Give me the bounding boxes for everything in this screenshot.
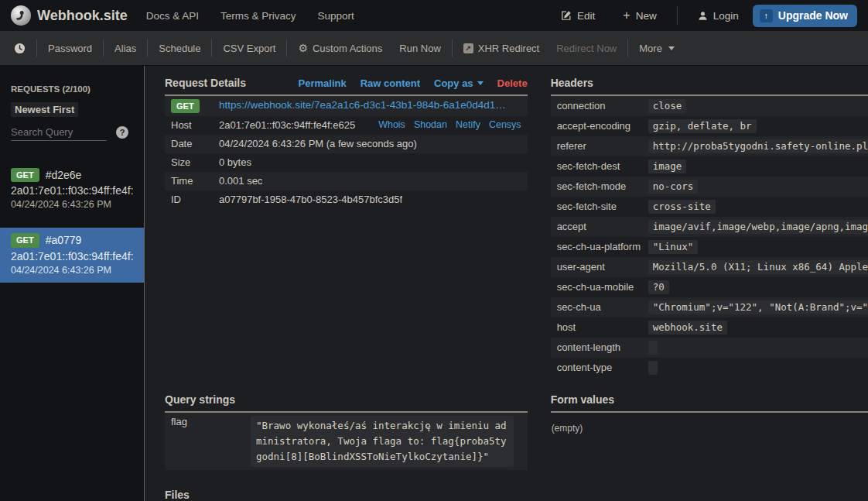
navbar-links: Docs & API Terms & Privacy Support bbox=[146, 10, 354, 22]
netify-link[interactable]: Netify bbox=[456, 119, 480, 130]
header-value bbox=[648, 361, 658, 375]
permalink-link[interactable]: Permalink bbox=[299, 77, 347, 89]
header-key: content-type bbox=[557, 361, 648, 375]
header-row: sec-ch-ua-mobile ?0 bbox=[551, 277, 868, 297]
detail-row-size: Size 0 bytes bbox=[165, 153, 528, 172]
header-value: close bbox=[648, 99, 687, 113]
header-key: sec-ch-ua bbox=[557, 300, 648, 314]
sort-order-select[interactable]: Newest First bbox=[11, 102, 78, 117]
detail-key: Host bbox=[171, 119, 219, 131]
header-value: webhook.site bbox=[648, 321, 727, 335]
header-value: Mozilla/5.0 (X11; Linux x86_64) AppleWeb… bbox=[648, 260, 868, 274]
censys-link[interactable]: Censys bbox=[489, 119, 521, 130]
header-key: accept bbox=[557, 220, 648, 234]
nav-terms-privacy[interactable]: Terms & Privacy bbox=[220, 10, 296, 22]
csv-export-button[interactable]: CSV Export bbox=[223, 43, 275, 54]
content-area: REQUESTS (2/100) Newest First ? GET #d2e… bbox=[0, 66, 868, 501]
header-key: host bbox=[557, 321, 648, 335]
whois-link[interactable]: Whois bbox=[378, 119, 405, 130]
external-arrow-icon: ↗ bbox=[463, 43, 473, 53]
query-strings-section: Query strings flag "Brawo wykonałeś/aś i… bbox=[165, 393, 528, 470]
header-key: sec-ch-ua-platform bbox=[557, 240, 648, 254]
method-badge: GET bbox=[11, 233, 39, 247]
toolbar-separator bbox=[627, 39, 628, 57]
form-values-section: Form values (empty) bbox=[551, 393, 868, 470]
schedule-button[interactable]: Schedule bbox=[159, 43, 200, 54]
toolbar-separator bbox=[452, 39, 453, 57]
toolbar-separator bbox=[103, 39, 104, 57]
header-value: ?0 bbox=[648, 280, 669, 294]
request-id: #a0779 bbox=[46, 234, 82, 246]
shodan-link[interactable]: Shodan bbox=[414, 119, 447, 130]
main-panel: Request Details Permalink Raw content Co… bbox=[145, 66, 868, 501]
run-now-button[interactable]: Run Now bbox=[399, 43, 440, 54]
headers-title: Headers bbox=[551, 77, 868, 89]
copy-as-dropdown[interactable]: Copy as bbox=[434, 77, 484, 89]
gear-icon: ⚙ bbox=[298, 43, 308, 53]
detail-row-date: Date 04/24/2024 6:43:26 PM (a few second… bbox=[165, 135, 528, 153]
more-menu-button[interactable]: More bbox=[639, 43, 675, 54]
detail-value: 04/24/2024 6:43:26 PM (a few seconds ago… bbox=[219, 138, 417, 149]
edit-button[interactable]: Edit bbox=[561, 10, 595, 22]
request-list: GET #d2e6e 2a01:7e01::f03c:94ff:fe4f:e62… bbox=[0, 163, 144, 283]
detail-value: 0.001 sec bbox=[219, 175, 262, 187]
nav-docs-api[interactable]: Docs & API bbox=[146, 10, 199, 22]
header-value: cross-site bbox=[648, 200, 716, 214]
action-toolbar: Password Alias Schedule CSV Export ⚙ Cus… bbox=[0, 31, 868, 66]
detail-row-time: Time 0.001 sec bbox=[165, 172, 528, 190]
detail-value: a07797bf-1958-47b0-8523-4b457bfc3d5f bbox=[219, 194, 402, 205]
header-value: "Chromium";v="122", "Not(A:Brand";v="24"… bbox=[648, 300, 868, 314]
alias-button[interactable]: Alias bbox=[114, 43, 136, 54]
password-button[interactable]: Password bbox=[48, 43, 92, 54]
request-date: 04/24/2024 6:43:26 PM bbox=[11, 265, 133, 276]
brand-name: Webhook.site bbox=[37, 8, 128, 24]
request-host: 2a01:7e01::f03c:94ff:fe4f:e625 bbox=[11, 250, 133, 263]
header-row: content-length bbox=[551, 338, 868, 358]
form-values-title: Form values bbox=[551, 393, 868, 406]
files-section: Files No content bbox=[165, 489, 851, 501]
xhr-redirect-button[interactable]: ↗ XHR Redirect bbox=[463, 43, 539, 54]
request-details-section: Request Details Permalink Raw content Co… bbox=[165, 77, 528, 378]
request-url-link[interactable]: https://webhook.site/7ea2a1c6-d3c1-43b1-… bbox=[219, 99, 521, 111]
search-help-icon[interactable]: ? bbox=[116, 126, 128, 139]
header-key: accept-encoding bbox=[557, 119, 648, 133]
delete-link[interactable]: Delete bbox=[497, 77, 528, 89]
header-row: content-type bbox=[551, 358, 868, 378]
new-button[interactable]: + New bbox=[623, 9, 656, 22]
toolbar-separator bbox=[147, 39, 148, 57]
detail-row-url: GET https://webhook.site/7ea2a1c6-d3c1-4… bbox=[165, 96, 528, 116]
plus-icon: + bbox=[623, 9, 630, 22]
header-value: "Linux" bbox=[648, 240, 699, 254]
requests-count-header: REQUESTS (2/100) bbox=[11, 84, 133, 94]
login-button[interactable]: Login bbox=[698, 10, 739, 22]
header-row: sec-fetch-mode no-cors bbox=[551, 177, 868, 197]
request-list-item[interactable]: GET #d2e6e 2a01:7e01::f03c:94ff:fe4f:e62… bbox=[0, 163, 144, 217]
header-row: connection close bbox=[551, 96, 868, 116]
requests-sidebar: REQUESTS (2/100) Newest First ? GET #d2e… bbox=[0, 66, 145, 501]
query-string-row: flag "Brawo wykonałeś/aś interakcję w im… bbox=[165, 413, 528, 470]
header-row: sec-fetch-site cross-site bbox=[551, 197, 868, 217]
detail-value: 2a01:7e01::f03c:94ff:fe4f:e625 bbox=[219, 119, 355, 131]
toolbar-separator bbox=[36, 39, 37, 57]
files-title: Files bbox=[165, 489, 851, 501]
toolbar-separator bbox=[211, 39, 212, 57]
edit-icon bbox=[561, 10, 572, 21]
detail-row-host: Host 2a01:7e01::f03c:94ff:fe4f:e625 Whoi… bbox=[165, 116, 528, 135]
custom-actions-button[interactable]: ⚙ Custom Actions bbox=[298, 43, 382, 54]
raw-content-link[interactable]: Raw content bbox=[361, 77, 420, 89]
detail-key: Date bbox=[171, 138, 219, 149]
search-query-input[interactable] bbox=[11, 124, 107, 141]
nav-support[interactable]: Support bbox=[317, 10, 354, 22]
history-clock-button[interactable] bbox=[14, 43, 26, 54]
header-row: sec-ch-ua "Chromium";v="122", "Not(A:Bra… bbox=[551, 297, 868, 317]
upgrade-now-button[interactable]: ↑ Upgrade Now bbox=[753, 5, 857, 27]
form-values-empty: (empty) bbox=[551, 423, 868, 434]
header-key: sec-fetch-dest bbox=[557, 160, 648, 173]
request-list-item-selected[interactable]: GET #a0779 2a01:7e01::f03c:94ff:fe4f:e62… bbox=[0, 228, 144, 282]
request-date: 04/24/2024 6:43:26 PM bbox=[11, 199, 133, 210]
brand[interactable]: Webhook.site bbox=[11, 5, 128, 26]
detail-key: Time bbox=[171, 175, 219, 187]
header-key: connection bbox=[557, 99, 648, 113]
clock-icon bbox=[14, 43, 26, 54]
redirect-now-button[interactable]: Redirect Now bbox=[556, 43, 617, 54]
